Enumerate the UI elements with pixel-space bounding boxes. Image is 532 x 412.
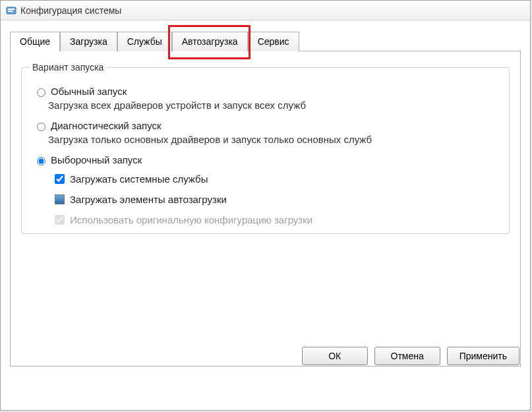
tabstrip: Общие Загрузка Службы Автозагрузка Серви… (10, 31, 521, 51)
content-area: Общие Загрузка Службы Автозагрузка Серви… (1, 20, 530, 373)
app-icon (6, 5, 16, 16)
check-use-original-label: Использовать оригинальную конфигурацию з… (70, 214, 312, 225)
group-legend: Вариант запуска (30, 62, 106, 73)
desc-normal: Загрузка всех драйверов устройств и запу… (48, 100, 501, 111)
tab-services[interactable]: Службы (117, 32, 172, 51)
desc-diagnostic: Загрузка только основных драйверов и зап… (48, 134, 501, 145)
radio-diagnostic-row[interactable]: Диагностический запуск (34, 120, 501, 131)
radio-selective-label: Выборочный запуск (51, 154, 142, 165)
radio-normal-row[interactable]: Обычный запуск (34, 86, 501, 97)
check-load-services-label: Загружать системные службы (70, 173, 208, 185)
ok-button[interactable]: ОК (302, 347, 368, 365)
tab-startup[interactable]: Автозагрузка (172, 32, 248, 51)
tab-panel-general: Вариант запуска Обычный запуск Загрузка … (10, 51, 521, 367)
check-load-services[interactable] (55, 174, 65, 184)
radio-normal[interactable] (37, 88, 45, 97)
check-use-original (55, 215, 65, 225)
radio-diagnostic[interactable] (37, 123, 45, 131)
apply-button[interactable]: Применить (447, 347, 519, 365)
check-use-original-row: Использовать оригинальную конфигурацию з… (52, 213, 501, 227)
check-load-startup-label: Загружать элементы автозагрузки (70, 194, 227, 205)
radio-diagnostic-label: Диагностический запуск (51, 120, 162, 131)
svg-rect-1 (8, 9, 15, 10)
window-title: Конфигурация системы (20, 5, 121, 16)
svg-rect-2 (8, 11, 13, 12)
radio-normal-label: Обычный запуск (51, 86, 127, 97)
cancel-button[interactable]: Отмена (374, 347, 440, 365)
tab-tools[interactable]: Сервис (248, 32, 299, 51)
radio-selective-row[interactable]: Выборочный запуск (34, 154, 501, 165)
titlebar: Конфигурация системы (1, 1, 530, 20)
check-load-startup[interactable] (55, 194, 65, 204)
radio-selective[interactable] (37, 157, 45, 165)
startup-selection-group: Вариант запуска Обычный запуск Загрузка … (21, 62, 510, 234)
tab-boot[interactable]: Загрузка (60, 32, 117, 51)
tab-general[interactable]: Общие (10, 32, 60, 51)
check-load-startup-row[interactable]: Загружать элементы автозагрузки (52, 192, 501, 206)
dialog-buttons: ОК Отмена Применить (302, 347, 519, 365)
check-load-services-row[interactable]: Загружать системные службы (52, 172, 501, 186)
msconfig-window: Конфигурация системы Общие Загрузка Служ… (0, 0, 531, 411)
